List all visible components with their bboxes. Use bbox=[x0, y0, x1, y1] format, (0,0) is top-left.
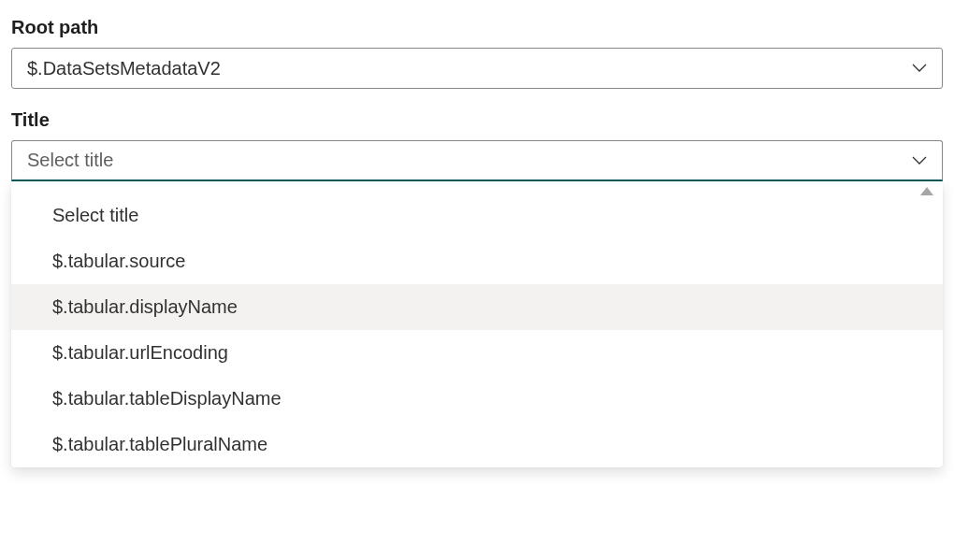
title-dropdown-panel: Select title$.tabular.source$.tabular.di… bbox=[11, 181, 943, 467]
title-label: Title bbox=[11, 109, 943, 131]
title-select[interactable]: Select title bbox=[11, 140, 943, 181]
scroll-up-arrow-icon[interactable] bbox=[920, 187, 933, 195]
title-option[interactable]: $.tabular.displayName bbox=[11, 284, 943, 330]
root-path-select[interactable]: $.DataSetsMetadataV2 bbox=[11, 48, 943, 89]
root-path-field: Root path $.DataSetsMetadataV2 bbox=[11, 17, 943, 89]
title-field: Title Select title Select title$.tabular… bbox=[11, 109, 943, 467]
root-path-label: Root path bbox=[11, 17, 943, 38]
title-option[interactable]: $.tabular.source bbox=[11, 238, 943, 284]
root-path-value: $.DataSetsMetadataV2 bbox=[27, 58, 912, 79]
title-dropdown-list[interactable]: Select title$.tabular.source$.tabular.di… bbox=[11, 187, 943, 467]
title-option[interactable]: $.tabular.tablePluralName bbox=[11, 422, 943, 467]
title-option[interactable]: $.tabular.tableDisplayName bbox=[11, 376, 943, 422]
chevron-down-icon bbox=[912, 156, 927, 165]
title-option[interactable]: Select title bbox=[11, 193, 943, 238]
chevron-down-icon bbox=[912, 64, 927, 73]
title-value: Select title bbox=[27, 150, 912, 171]
title-option[interactable]: $.tabular.urlEncoding bbox=[11, 330, 943, 376]
